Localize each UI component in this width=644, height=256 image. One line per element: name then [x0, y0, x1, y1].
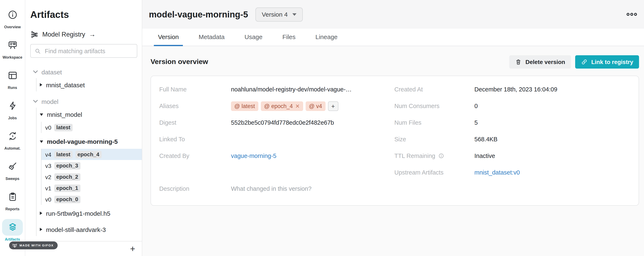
field-label: Num Consumers	[394, 103, 474, 109]
alias-pill-latest[interactable]: @ latest	[231, 101, 258, 111]
model-group: mnist_model v0 latest model-vague-mornin…	[36, 108, 142, 236]
digest-value: 552b2be5c0794fd778edc0e2f482e67b	[231, 119, 334, 126]
workspace-board-icon	[7, 40, 18, 50]
version-id: v4	[45, 151, 52, 158]
version-row-v3[interactable]: v3 epoch_3	[42, 160, 142, 171]
dataset-group: mnist_dataset	[36, 78, 142, 91]
sidebar-item-automations[interactable]: Automat.	[0, 124, 25, 154]
chevron-down-icon	[33, 100, 38, 103]
artifact-label: model-vague-morning-5	[47, 138, 118, 145]
sidebar-item-artifacts[interactable]: Artifacts	[0, 215, 25, 245]
sidebar-item-runs[interactable]: Runs	[0, 63, 25, 93]
sidebar-item-overview[interactable]: Overview	[0, 3, 25, 33]
main-content: model-vague-morning-5 Version 4 Version …	[142, 0, 644, 256]
version-row-v0[interactable]: v0 epoch_0	[42, 194, 142, 205]
artifact-tree: dataset mnist_dataset model mnist_model	[25, 66, 142, 240]
model-registry-link[interactable]: Model Registry →	[30, 30, 96, 39]
artifact-item-mnist-dataset[interactable]: mnist_dataset	[36, 78, 142, 91]
size-value: 568.4KB	[474, 136, 498, 143]
add-alias-button[interactable]: +	[328, 101, 338, 111]
field-label: Upstream Artifacts	[394, 169, 474, 176]
created-at-value: December 18th, 2023 16:04:09	[474, 86, 557, 93]
version-row-v1[interactable]: v1 epoch_1	[42, 182, 142, 194]
network-graph-icon	[30, 30, 38, 39]
version-tab-content: Version overview Delete version Link to …	[142, 55, 644, 206]
version-selector[interactable]: Version 4	[256, 7, 302, 21]
tab-files[interactable]: Files	[278, 29, 300, 46]
sidebar-item-jobs[interactable]: Jobs	[0, 93, 25, 124]
caret-down-icon	[292, 13, 296, 16]
sidebar-item-sweeps[interactable]: Sweeps	[0, 154, 25, 185]
version-row-v0[interactable]: v0 latest	[42, 122, 142, 133]
field-digest: Digest 552b2be5c0794fd778edc0e2f482e67b	[159, 114, 390, 131]
delete-version-label: Delete version	[526, 59, 565, 65]
artifact-browser-panel: Artifacts Model Registry → dataset	[25, 0, 142, 256]
tab-metadata[interactable]: Metadata	[194, 29, 229, 46]
description-input[interactable]: What changed in this version?	[231, 185, 312, 192]
overflow-menu-button[interactable]	[626, 13, 637, 16]
artifact-item-model-vague-morning-5[interactable]: model-vague-morning-5	[36, 135, 142, 148]
upstream-artifact-link[interactable]: mnist_dataset:v0	[474, 169, 520, 176]
artifact-item-run-model-h5[interactable]: run-5rtbw9g1-model.h5	[36, 207, 142, 220]
tree-section-model[interactable]: model	[25, 95, 142, 108]
tree-section-dataset[interactable]: dataset	[25, 66, 142, 78]
artifact-search-input[interactable]	[44, 47, 133, 55]
version-overview-card: Full Name noahluna/model-registry-dev/mo…	[150, 76, 639, 206]
chain-link-icon	[581, 59, 588, 65]
chevron-down-icon	[33, 70, 38, 74]
field-label: Num Files	[394, 119, 474, 126]
info-icon	[7, 10, 18, 20]
field-label: Created At	[394, 86, 474, 93]
overview-left-column: Full Name noahluna/model-registry-dev/mo…	[159, 81, 390, 197]
expander-collapsed-icon[interactable]	[40, 211, 42, 215]
delete-version-button[interactable]: Delete version	[509, 55, 571, 69]
version-tag: epoch_3	[54, 162, 80, 169]
alias-pill-epoch-4[interactable]: @ epoch_4✕	[261, 101, 303, 111]
spacer	[159, 164, 390, 180]
alias-pills: @ latest @ epoch_4✕ @ v4 +	[231, 101, 338, 111]
info-icon[interactable]	[438, 153, 444, 159]
add-artifact-button[interactable]: +	[130, 244, 135, 253]
version-row-v2[interactable]: v2 epoch_2	[42, 171, 142, 182]
sidebar-item-reports[interactable]: Reports	[0, 185, 25, 215]
alias-pill-v4[interactable]: @ v4	[306, 101, 325, 111]
artifact-item-model-still-aardvark-3[interactable]: model-still-aardvark-3	[36, 223, 142, 236]
sidebar-item-workspace[interactable]: Workspace	[0, 33, 25, 63]
fox-icon	[12, 243, 18, 248]
remove-alias-icon[interactable]: ✕	[295, 103, 300, 109]
alias-text: @ epoch_4	[264, 103, 293, 109]
tab-lineage[interactable]: Lineage	[311, 29, 342, 46]
page-title: model-vague-morning-5	[149, 9, 248, 19]
artifact-label: run-5rtbw9g1-model.h5	[46, 210, 110, 217]
sidebar-label: Reports	[6, 207, 20, 211]
version-row-v4-selected[interactable]: v4 latest epoch_4	[42, 149, 142, 160]
field-size: Size 568.4KB	[394, 131, 630, 148]
mv5-versions: v4 latest epoch_4 v3 epoch_3 v2 epoch_2 …	[41, 149, 142, 205]
version-id: v1	[45, 185, 52, 191]
artifact-item-mnist-model[interactable]: mnist_model	[36, 108, 142, 121]
main-header: model-vague-morning-5 Version 4	[142, 0, 644, 29]
gifox-badge-text: MADE WITH GIFOX	[20, 243, 54, 247]
field-upstream-artifacts: Upstream Artifacts mnist_dataset:v0	[394, 164, 630, 181]
artifact-label: mnist_dataset	[46, 81, 85, 88]
panel-title: Artifacts	[30, 9, 69, 20]
alias-text: @ v4	[309, 103, 322, 109]
created-by-link[interactable]: vague-morning-5	[231, 153, 276, 159]
field-created-at: Created At December 18th, 2023 16:04:09	[394, 81, 630, 98]
expander-collapsed-icon[interactable]	[40, 228, 42, 231]
tab-usage[interactable]: Usage	[240, 29, 267, 46]
expander-expanded-icon[interactable]	[40, 140, 43, 143]
link-to-registry-label: Link to registry	[591, 59, 633, 65]
expander-collapsed-icon[interactable]	[40, 83, 42, 86]
layers-icon	[7, 222, 18, 232]
artifact-search	[30, 44, 137, 58]
sidebar-label: Runs	[8, 85, 17, 90]
version-id: v0	[45, 124, 52, 131]
field-label: Linked To	[159, 136, 231, 143]
version-selector-label: Version 4	[262, 11, 288, 18]
tab-version[interactable]: Version	[154, 29, 183, 46]
wandb-artifacts-page: Overview Workspace Runs Jobs Automat.	[0, 0, 644, 256]
sidebar-label: Sweeps	[6, 176, 19, 181]
link-to-registry-button[interactable]: Link to registry	[575, 55, 639, 69]
expander-expanded-icon[interactable]	[40, 113, 43, 116]
